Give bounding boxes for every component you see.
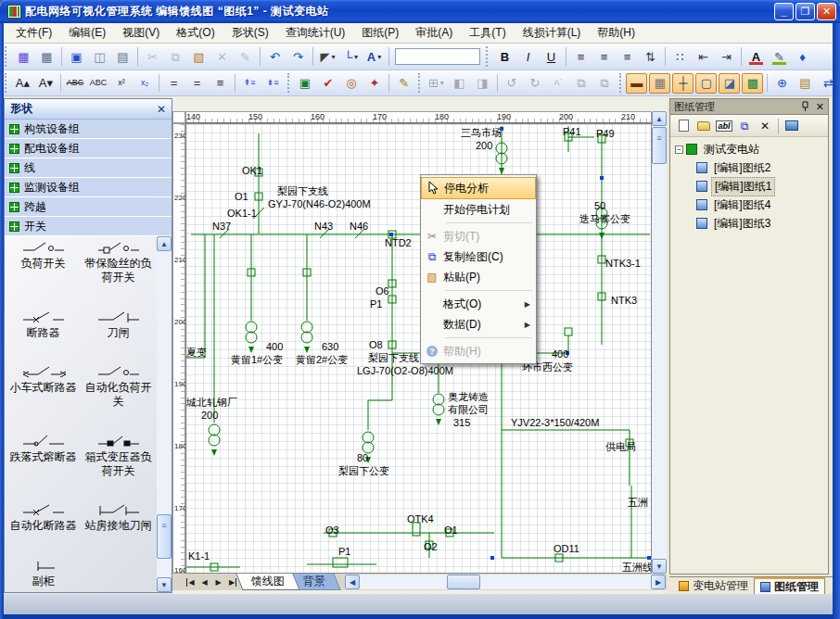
line-spacing-large-icon[interactable]: ≡ (210, 73, 231, 94)
scroll-down-icon[interactable]: ▼ (157, 577, 172, 592)
shape-item[interactable]: 箱式变压器负荷开关 (82, 434, 155, 483)
canvas-horizontal-scrollbar[interactable]: ◀ ▶ (345, 575, 666, 589)
align-left-icon[interactable]: ≡ (570, 46, 592, 67)
align-right-icon[interactable]: ≡ (617, 46, 638, 67)
guides-toggle-icon[interactable]: ┼ (672, 73, 694, 94)
tab-substation-management[interactable]: 变电站管理 (673, 577, 754, 595)
superscript-icon[interactable]: x² (110, 73, 132, 94)
undo-icon[interactable]: ↶ (264, 46, 286, 67)
display-options-icon[interactable]: ▣ (294, 73, 315, 94)
scroll-up-icon[interactable]: ▲ (157, 236, 172, 251)
pin-icon[interactable] (800, 101, 809, 112)
find-in-drawing-icon[interactable]: ◎ (340, 73, 362, 94)
menu-file[interactable]: 文件(F) (7, 23, 60, 43)
text-case-icon[interactable]: ABC (87, 73, 108, 94)
shapes-group-structure-equipment[interactable]: 构筑设备组 (5, 120, 172, 139)
strikethrough-icon[interactable]: ABC (64, 73, 85, 94)
scroll-up-icon[interactable]: ▲ (652, 111, 667, 126)
menu-help[interactable]: 帮助(H) (589, 23, 643, 43)
shape-item[interactable]: 站房接地刀闸 (82, 502, 155, 537)
canvas-vertical-scrollbar[interactable]: ▲ ▼ (652, 111, 667, 574)
tree-expander-icon[interactable]: − (675, 145, 683, 154)
toolbar-grip[interactable] (418, 73, 422, 94)
tree-node-sheet[interactable]: [编辑]图纸2 (672, 158, 826, 177)
restore-button[interactable]: ❐ (795, 3, 815, 20)
indent-decrease-icon[interactable]: ⇤ (693, 46, 714, 67)
menu-approve[interactable]: 审批(A) (407, 23, 461, 43)
line-spacing-medium-icon[interactable]: = (186, 73, 208, 94)
scroll-thumb[interactable] (447, 575, 480, 589)
shape-item[interactable]: 负荷开关 (6, 240, 80, 289)
font-decrease-icon[interactable]: A▾ (35, 73, 57, 94)
vertical-align-icon[interactable]: ⇅ (640, 46, 661, 67)
font-combobox[interactable] (395, 48, 480, 65)
drawing-canvas[interactable]: 三鸟市场200P41P49OK1O1OK1-1N37N43N46梨园下支线GYJ… (185, 123, 652, 574)
scroll-right-icon[interactable]: ▶ (651, 575, 666, 589)
shape-item[interactable]: 副柜 (6, 558, 80, 593)
nav-prev-icon[interactable]: ◀ (197, 575, 211, 588)
tab-feeder-diagram[interactable]: 馈线图 (235, 574, 299, 590)
menu-drawing[interactable]: 图纸(P) (353, 23, 407, 43)
align-center-icon[interactable]: ≡ (593, 46, 615, 67)
export-view-icon[interactable] (783, 118, 801, 134)
minimize-button[interactable]: _ (774, 3, 794, 20)
scroll-left-icon[interactable]: ◀ (345, 575, 360, 589)
font-increase-icon[interactable]: A▴ (12, 73, 33, 94)
toolbar-grip[interactable] (5, 73, 8, 94)
edit-note-icon[interactable]: ✎ (393, 73, 414, 94)
context-menu-paste[interactable]: ▧粘贴(P) (421, 267, 536, 287)
shapes-group-switches[interactable]: 开关 (5, 217, 172, 236)
drawings-panel-close-icon[interactable]: ✕ (816, 101, 824, 113)
connector-tool-icon[interactable]: └▾ (340, 46, 362, 67)
italic-icon[interactable]: I (517, 46, 539, 67)
pointer-tool-icon[interactable]: ◤▾ (317, 46, 338, 67)
shapes-panel-close-icon[interactable]: ✕ (157, 103, 166, 116)
stamp-icon[interactable]: ✦ (363, 73, 385, 94)
ruler-toggle-icon[interactable]: ▬ (626, 73, 647, 94)
shape-item[interactable]: 断路器 (6, 310, 80, 345)
color-grid-toggle-icon[interactable]: ▩ (742, 73, 763, 94)
tree-node-root[interactable]: −测试变电站 (672, 140, 826, 158)
dropdown-arrow-icon[interactable]: ▾ (331, 53, 335, 61)
new-sheet-icon[interactable] (674, 118, 693, 134)
menu-tools[interactable]: 工具(T) (461, 23, 514, 43)
shapes-scrollbar[interactable]: ▲ ▼ (157, 236, 172, 592)
rename-icon[interactable]: abl (715, 118, 733, 134)
save-icon[interactable]: ▣ (66, 46, 87, 67)
new-drawing-icon[interactable]: ▦ (13, 46, 34, 67)
validate-icon[interactable]: ✔ (317, 73, 338, 94)
page-toggle-icon[interactable]: ◪ (719, 73, 740, 94)
nav-next-icon[interactable]: ▶ (211, 575, 225, 588)
tree-node-sheet[interactable]: [编辑]图纸3 (672, 214, 826, 233)
pan-zoom-icon[interactable]: ⊕ (771, 73, 793, 94)
font-color-icon[interactable]: A (745, 46, 767, 67)
dropdown-arrow-icon[interactable]: ▾ (377, 53, 381, 61)
line-color-icon[interactable]: ✎ (769, 46, 790, 67)
menu-query-stats[interactable]: 查询统计(U) (277, 23, 354, 43)
fill-color-icon[interactable]: ♦ (792, 46, 813, 67)
tree-node-sheet[interactable]: [编辑]图纸4 (672, 196, 826, 214)
shape-item[interactable]: 自动化断路器 (6, 502, 80, 537)
underline-icon[interactable]: U (541, 46, 562, 67)
paste-icon[interactable]: ▧ (188, 46, 210, 67)
subscript-icon[interactable]: x₂ (134, 73, 155, 94)
menu-edit[interactable]: 编辑(E) (60, 23, 114, 43)
shape-item[interactable]: 小车式断路器 (6, 364, 80, 413)
toolbar-grip[interactable] (287, 73, 291, 94)
text-tool-icon[interactable]: A▾ (363, 46, 385, 67)
tree-node-sheet[interactable]: [编辑]图纸1 (672, 177, 826, 196)
tab-drawing-management[interactable]: 图纸管理 (754, 577, 825, 595)
print-icon[interactable]: ▤ (112, 46, 134, 67)
table-view-icon[interactable]: ▦ (36, 46, 57, 67)
copy-sheet-icon[interactable]: ⧉ (735, 118, 754, 134)
shapes-group-lines[interactable]: 线 (5, 158, 172, 178)
context-menu-start-outage-plan[interactable]: 开始停电计划 (421, 199, 536, 220)
selection-marquee-toggle-icon[interactable]: ▢ (695, 73, 717, 94)
toolbar-grip[interactable] (486, 46, 490, 67)
menu-line-loss[interactable]: 线损计算(L) (515, 23, 590, 43)
context-menu-data[interactable]: 数据(D)▶ (421, 314, 536, 335)
shapes-group-distribution-equipment[interactable]: 配电设备组 (5, 139, 172, 158)
close-button[interactable]: ✕ (817, 3, 836, 20)
context-menu-format[interactable]: 格式(O)▶ (421, 294, 536, 314)
menu-format[interactable]: 格式(O) (168, 23, 223, 43)
